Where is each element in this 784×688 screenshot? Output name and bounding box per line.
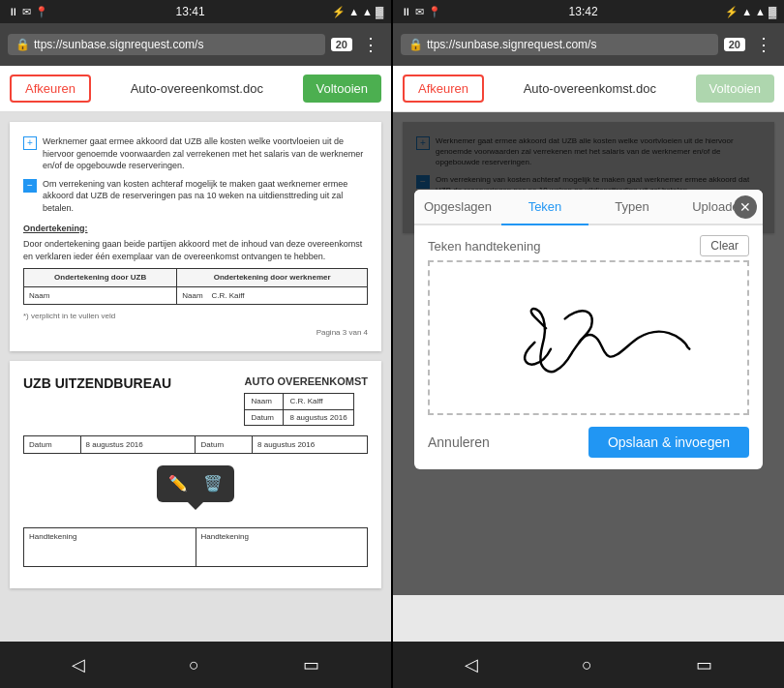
left-url-bar[interactable]: 🔒 ttps://sunbase.signrequest.com/s [8,34,325,55]
signal-icon: ▲ [348,6,359,17]
tab-teken[interactable]: Teken [501,190,588,225]
right-menu-dots[interactable]: ⋮ [751,30,776,59]
left-status-bar: ⏸ ✉ 📍 13:41 ⚡ ▲ ▲ ▓ [0,0,391,23]
sig-area-1: Handtekening [24,528,196,567]
bluetooth-icon: ⚡ [332,6,346,18]
checkbox-row-2: − Om verrekening van kosten achteraf mog… [23,178,368,215]
right-complete-button[interactable]: Voltooien [696,75,775,103]
left-home-button[interactable]: ○ [166,647,223,683]
left-lock-icon: 🔒 [15,38,30,51]
modal-box: ✕ Opgeslagen Teken Typen Uploaden [414,190,763,469]
sig-cell-1: Naam [24,286,177,304]
checkbox-2-icon[interactable]: − [23,179,37,193]
right-right-icons: ⚡ ▲ ▲ ▓ [725,6,776,18]
modal-footer: Annuleren Opslaan & invoegen [414,415,763,469]
left-page-2: UZB UITZENDBUREAU AUTO OVEREENKOMST Naam… [10,361,381,588]
sig-header-1: Ondertekening door UZB [24,269,177,286]
wifi-icon: ▲ [362,6,373,17]
right-recent-button[interactable]: ▭ [673,646,736,683]
sig-area-2: Handtekening [196,528,368,567]
info-label-1: Naam [245,394,284,409]
right-home-button[interactable]: ○ [558,647,616,683]
delete-icon[interactable]: 🗑️ [203,473,223,494]
info-value-2: 8 augustus 2016 [284,409,353,425]
right-tab-badge[interactable]: 20 [724,38,745,51]
right-doc-title: Auto-overeenkomst.doc [524,81,656,96]
sig-section-title: Ondertekening: [23,223,368,235]
company-name: UZB UITZENDBUREAU [23,374,171,394]
left-back-button[interactable]: ◁ [48,646,108,683]
battery-icon: ▓ [376,6,383,17]
sig-cell-2: Naam C.R. Kaiff [177,286,368,304]
info-table: Naam C.R. Kalff Datum 8 augustus 2016 [244,393,353,425]
signature-table: Ondertekening door UZB Ondertekening doo… [23,268,368,304]
right-bluetooth-icon: ⚡ [725,6,739,18]
left-recent-button[interactable]: ▭ [280,646,343,683]
edit-popup: ✏️ 🗑️ [157,465,234,502]
location-icon: 📍 [35,6,48,18]
info-label-2: Datum [245,409,284,425]
right-wifi-icon: ▲ [755,6,766,17]
contract-title: AUTO OVEREENKOMST [244,374,368,389]
clear-button[interactable]: Clear [700,235,749,256]
edit-icon[interactable]: ✏️ [168,473,188,494]
left-doc-toolbar: Afkeuren Auto-overeenkomst.doc Voltooien [0,66,391,112]
left-time: 13:41 [176,5,205,18]
right-location-icon: 📍 [428,6,441,18]
left-doc-content: + Werknemer gaat ermee akkoord dat UZB a… [0,112,391,642]
right-url-bar[interactable]: 🔒 ttps://sunbase.signrequest.com/s [401,34,718,55]
right-doc-toolbar: Afkeuren Auto-overeenkomst.doc Voltooien [393,66,784,112]
left-browser-bar: 🔒 ttps://sunbase.signrequest.com/s 20 ⋮ [0,23,391,66]
right-reject-button[interactable]: Afkeuren [403,75,484,103]
sig-canvas[interactable] [428,260,749,415]
sig-section-text: Door ondertekening gaan beide partijen a… [23,238,368,262]
left-tab-badge[interactable]: 20 [331,38,352,51]
left-right-icons: ⚡ ▲ ▲ ▓ [332,6,383,18]
left-doc-title: Auto-overeenkomst.doc [131,81,263,96]
right-status-bar: ⏸ ✉ 📍 13:42 ⚡ ▲ ▲ ▓ [393,0,784,23]
right-pause-icon: ⏸ [401,6,411,17]
right-time: 13:42 [569,5,598,18]
contract-info: AUTO OVEREENKOMST Naam C.R. Kalff Datum … [244,374,368,426]
pause-icon: ⏸ [8,6,18,17]
modal-close-button[interactable]: ✕ [734,195,757,219]
sig-grid: Handtekening Handtekening [23,527,368,567]
left-nav-bar: ◁ ○ ▭ [0,642,391,688]
page2-header: UZB UITZENDBUREAU AUTO OVEREENKOMST Naam… [23,374,368,426]
data-grid: Datum 8 augustus 2016 Datum 8 augustus 2… [23,435,368,454]
tab-opgeslagen[interactable]: Opgeslagen [414,190,501,225]
right-status-icons: ⏸ ✉ 📍 [401,6,441,18]
edit-popup-container: ✏️ 🗑️ [23,462,368,520]
sig-drawing [430,262,747,413]
left-complete-button[interactable]: Voltooien [303,75,382,103]
page-footer: Pagina 3 van 4 [23,327,368,338]
cancel-button[interactable]: Annuleren [428,434,490,450]
save-button[interactable]: Opslaan & invoegen [588,427,749,458]
checkbox-row-1: + Werknemer gaat ermee akkoord dat UZB a… [23,135,368,172]
right-panel: ⏸ ✉ 📍 13:42 ⚡ ▲ ▲ ▓ 🔒 ttps://sunbase.sig… [393,0,784,688]
sig-header-text: Teken handtekening [428,239,540,254]
checkbox-1-icon[interactable]: + [23,136,37,150]
modal-overlay: ✕ Opgeslagen Teken Typen Uploaden [393,112,784,595]
left-reject-button[interactable]: Afkeuren [10,75,91,103]
grid-date-label-1: Datum [24,435,81,453]
checkbox-2-text: Om verrekening van kosten achteraf mogel… [43,178,368,215]
left-page-1: + Werknemer gaat ermee akkoord dat UZB a… [10,122,381,351]
grid-date-val-1: 8 augustus 2016 [80,435,196,453]
left-url-text: ttps://sunbase.signrequest.com/s [34,38,203,51]
message-icon: ✉ [22,6,31,18]
required-note: *) verplicht in te vullen veld [23,311,368,321]
checkbox-1-text: Werknemer gaat ermee akkoord dat UZB all… [43,135,368,172]
grid-date-val-2: 8 augustus 2016 [253,435,368,453]
sig-area-header: Teken handtekening Clear [414,225,763,260]
sig-header-2: Ondertekening door werknemer [177,269,368,286]
right-browser-bar: 🔒 ttps://sunbase.signrequest.com/s 20 ⋮ [393,23,784,66]
right-battery-icon: ▓ [769,6,776,17]
tab-typen[interactable]: Typen [588,190,676,225]
right-lock-icon: 🔒 [408,38,423,51]
right-url-text: ttps://sunbase.signrequest.com/s [427,38,596,51]
left-status-icons: ⏸ ✉ 📍 [8,6,48,18]
modal-tabs: Opgeslagen Teken Typen Uploaden [414,190,763,225]
right-back-button[interactable]: ◁ [441,646,501,683]
left-menu-dots[interactable]: ⋮ [358,30,383,59]
